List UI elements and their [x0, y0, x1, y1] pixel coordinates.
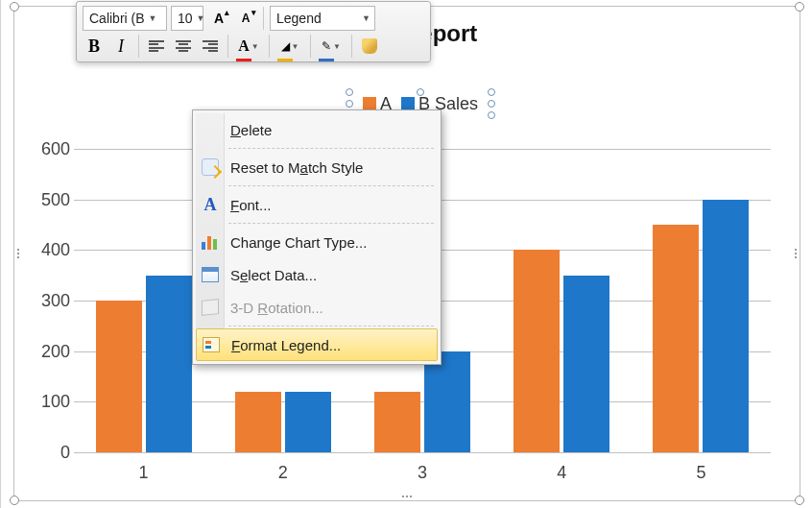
grow-font-button[interactable]: A▴ — [207, 7, 230, 30]
separator — [227, 35, 228, 58]
resize-handle[interactable] — [795, 496, 804, 505]
menu-item-delete[interactable]: Delete — [196, 113, 438, 146]
font-color-button[interactable]: A▼ — [234, 35, 263, 58]
brush-icon — [362, 38, 377, 54]
y-axis-tick-label: 400 — [30, 240, 70, 260]
shape-fill-button[interactable]: ◢▼ — [275, 35, 304, 58]
menu-divider — [228, 326, 434, 327]
resize-handle[interactable] — [10, 2, 19, 12]
x-axis-tick-label: 5 — [672, 463, 729, 483]
selection-handle[interactable] — [346, 88, 353, 96]
selection-handle[interactable] — [488, 111, 495, 119]
bar-series-a[interactable] — [96, 301, 142, 452]
menu-item-select-data[interactable]: Select Data... — [196, 258, 438, 291]
menu-divider — [228, 223, 434, 224]
font-icon: A — [200, 194, 221, 215]
bucket-icon: ◢ — [281, 39, 290, 53]
resize-handle[interactable] — [10, 496, 19, 505]
chevron-down-icon: ▼ — [362, 13, 370, 23]
data-icon — [200, 264, 221, 285]
chevron-down-icon: ▼ — [149, 13, 157, 23]
context-menu: DeleteReset to Match StyleAFont...Change… — [192, 109, 442, 365]
chart-element-value: Legend — [276, 11, 322, 26]
resize-handle[interactable] — [16, 248, 20, 259]
separator — [269, 35, 270, 58]
x-axis-tick-label: 4 — [533, 463, 590, 483]
chart-element-combo[interactable]: Legend▼ — [270, 6, 375, 31]
3d-icon — [200, 297, 221, 318]
font-size-value: 10 — [178, 11, 193, 26]
menu-item-label: Select Data... — [230, 267, 317, 283]
align-center-button[interactable] — [172, 35, 195, 58]
x-axis-tick-label: 3 — [394, 463, 451, 483]
format-painter-button[interactable] — [358, 35, 381, 58]
pen-icon: ✎ — [322, 39, 331, 53]
separator — [310, 35, 311, 58]
menu-item-label: Delete — [230, 122, 272, 138]
reset-icon — [200, 157, 221, 178]
chevron-down-icon: ▼ — [251, 42, 259, 51]
y-axis-tick-label: 600 — [30, 139, 70, 159]
bar-series-b-sales[interactable] — [285, 392, 331, 452]
bar-series-b-sales[interactable] — [563, 276, 609, 452]
selection-handle[interactable] — [346, 100, 353, 108]
chevron-down-icon: ▼ — [292, 42, 299, 51]
menu-item-label: Reset to Match Style — [230, 159, 363, 176]
blank-icon — [200, 119, 221, 140]
legend-icon — [201, 334, 222, 355]
y-axis-tick-label: 0 — [30, 443, 70, 463]
y-axis-tick-label: 500 — [30, 189, 70, 209]
shrink-font-button[interactable]: A▾ — [234, 7, 257, 30]
font-size-combo[interactable]: 10▼ — [171, 6, 203, 31]
separator — [351, 35, 352, 58]
separator — [138, 35, 139, 58]
selection-handle[interactable] — [488, 100, 495, 108]
align-right-button[interactable] — [199, 35, 222, 58]
bar-series-a[interactable] — [513, 250, 560, 452]
menu-item-label: Format Legend... — [231, 337, 341, 353]
y-axis-tick-label: 100 — [30, 392, 70, 412]
legend-swatch-b — [401, 97, 415, 110]
up-caret-icon: ▴ — [225, 8, 229, 17]
align-left-button[interactable] — [145, 35, 168, 58]
bar-series-b-sales[interactable] — [703, 200, 749, 452]
chevron-down-icon: ▼ — [333, 42, 341, 51]
y-axis-tick-label: 300 — [30, 291, 70, 311]
selection-handle[interactable] — [488, 88, 495, 96]
italic-button[interactable]: I — [109, 35, 132, 58]
bar-series-b-sales[interactable] — [424, 351, 470, 452]
separator — [263, 7, 264, 30]
chart-icon — [200, 231, 221, 253]
x-axis-tick-label: 2 — [254, 463, 312, 483]
shape-outline-button[interactable]: ✎▼ — [317, 35, 346, 58]
selection-handle[interactable] — [417, 88, 424, 96]
bar-series-a[interactable] — [653, 225, 699, 452]
resize-handle[interactable] — [401, 495, 413, 498]
menu-item-reset-to-match-style[interactable]: Reset to Match Style — [196, 151, 438, 183]
font-name-combo[interactable]: Calibri (B▼ — [83, 6, 167, 31]
font-color-icon: A — [238, 37, 250, 55]
mini-toolbar: Calibri (B▼ 10▼ A▴ A▾ Legend▼ B I A▼ ◢▼ … — [76, 1, 431, 62]
font-name-value: Calibri (B — [89, 11, 145, 26]
bar-series-a[interactable] — [235, 392, 281, 452]
chevron-down-icon: ▼ — [197, 13, 205, 23]
bold-button[interactable]: B — [83, 35, 106, 58]
bar-series-a[interactable] — [374, 392, 420, 452]
legend-swatch-a — [363, 97, 376, 110]
menu-item-label: Change Chart Type... — [230, 234, 367, 251]
y-axis-tick-label: 200 — [30, 341, 70, 361]
menu-item-format-legend[interactable]: Format Legend... — [196, 328, 438, 361]
menu-item-change-chart-type[interactable]: Change Chart Type... — [196, 226, 438, 258]
down-caret-icon: ▾ — [251, 8, 256, 17]
resize-handle[interactable] — [795, 2, 804, 12]
menu-item-label: Font... — [230, 197, 272, 213]
x-axis-tick-label: 1 — [115, 463, 173, 483]
menu-item-font[interactable]: AFont... — [196, 188, 438, 221]
resize-handle[interactable] — [794, 248, 798, 259]
menu-item-3-d-rotation: 3-D Rotation... — [196, 291, 438, 324]
menu-item-label: 3-D Rotation... — [230, 300, 323, 316]
menu-divider — [228, 185, 434, 186]
menu-divider — [228, 148, 434, 149]
bar-series-b-sales[interactable] — [146, 276, 192, 452]
gridline — [74, 452, 771, 453]
